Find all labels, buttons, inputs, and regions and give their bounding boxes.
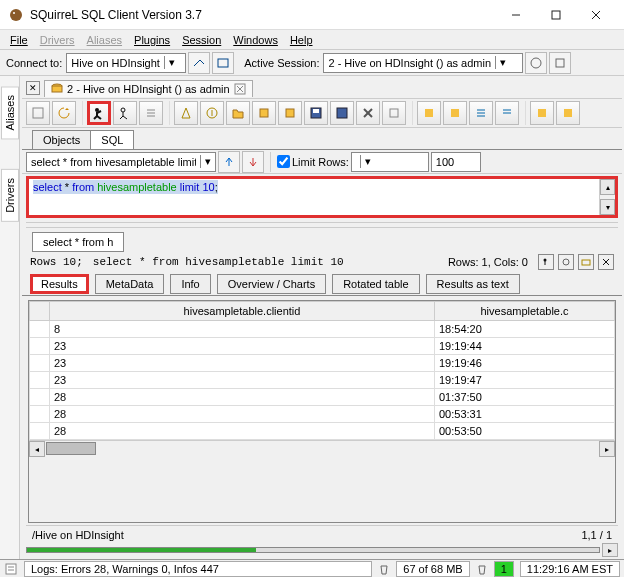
scroll-up-icon[interactable]: ▴ — [600, 179, 615, 195]
sql-history-prev-button[interactable] — [218, 151, 240, 173]
close-result-icon[interactable] — [598, 254, 614, 270]
tb-btn-k[interactable] — [469, 101, 493, 125]
tb-btn-i[interactable] — [417, 101, 441, 125]
alias-combo-value: Hive on HDInsight — [71, 57, 160, 69]
session-tab[interactable]: 2 - Hive on HDInsight () as admin — [44, 80, 253, 97]
col-clientid[interactable]: hivesampletable.clientid — [50, 302, 435, 321]
tb-explain-button[interactable] — [139, 101, 163, 125]
session-action1-button[interactable] — [525, 52, 547, 74]
table-row[interactable]: 2800:53:31 — [30, 406, 615, 423]
log-icon[interactable] — [4, 562, 18, 576]
tb-btn-j[interactable] — [443, 101, 467, 125]
svg-rect-52 — [6, 564, 16, 574]
limit-rows-check-input[interactable] — [277, 155, 290, 168]
svg-rect-37 — [425, 109, 433, 117]
menu-aliases[interactable]: Aliases — [81, 32, 128, 48]
results-table[interactable]: hivesampletable.clientid hivesampletable… — [29, 301, 615, 440]
svg-rect-38 — [451, 109, 459, 117]
tb-btn-m[interactable] — [530, 101, 554, 125]
tb-btn-n[interactable] — [556, 101, 580, 125]
tb-saveas-button[interactable] — [330, 101, 354, 125]
tb-btn-a[interactable] — [174, 101, 198, 125]
results-tab-astext[interactable]: Results as text — [426, 274, 520, 294]
tb-btn-h[interactable] — [382, 101, 406, 125]
scroll-thumb[interactable] — [46, 442, 96, 455]
table-row[interactable]: 2801:37:50 — [30, 389, 615, 406]
editor-scrollbar[interactable]: ▴ ▾ — [599, 179, 615, 215]
minimize-button[interactable] — [496, 2, 536, 28]
scroll-right-icon[interactable]: ▸ — [599, 441, 615, 457]
maximize-button[interactable] — [536, 2, 576, 28]
menu-drivers[interactable]: Drivers — [34, 32, 81, 48]
menu-help[interactable]: Help — [284, 32, 319, 48]
limit-rows-type-combo[interactable]: ▾ — [351, 152, 429, 172]
tb-btn-e[interactable] — [278, 101, 302, 125]
status-logs[interactable]: Logs: Errors 28, Warnings 0, Infos 447 — [24, 561, 372, 577]
sql-history-next-button[interactable] — [242, 151, 264, 173]
results-tab-overview[interactable]: Overview / Charts — [217, 274, 326, 294]
tb-refresh-button[interactable] — [52, 101, 76, 125]
limit-rows-value-input[interactable] — [431, 152, 481, 172]
tb-btn-d[interactable] — [252, 101, 276, 125]
status-time: 11:29:16 AM EST — [520, 561, 620, 577]
side-tab-drivers[interactable]: Drivers — [1, 169, 19, 222]
result-query-tab[interactable]: select * from h — [32, 232, 124, 252]
scroll-down-icon[interactable]: ▾ — [600, 199, 615, 215]
session-tab-label: 2 - Hive on HDInsight () as admin — [67, 83, 230, 95]
session-toolbar — [22, 98, 622, 128]
trash-icon[interactable] — [378, 563, 390, 575]
limit-rows-checkbox[interactable] — [277, 155, 290, 168]
menu-plugins[interactable]: Plugins — [128, 32, 176, 48]
tb-catalogs-button[interactable] — [26, 101, 50, 125]
scroll-right-icon-2[interactable]: ▸ — [602, 543, 618, 557]
svg-rect-30 — [286, 109, 294, 117]
cell-clientid: 23 — [50, 372, 435, 389]
gc-icon[interactable] — [476, 563, 488, 575]
results-tab-metadata[interactable]: MetaData — [95, 274, 165, 294]
run-sql-new-tab-button[interactable] — [113, 101, 137, 125]
active-session-combo[interactable]: 2 - Hive on HDInsight () as admin ▾ — [323, 53, 523, 73]
col-rownum[interactable] — [30, 302, 50, 321]
tb-btn-l[interactable] — [495, 101, 519, 125]
table-row[interactable]: 818:54:20 — [30, 321, 615, 338]
cell-c2: 00:53:50 — [435, 423, 615, 440]
menu-session[interactable]: Session — [176, 32, 227, 48]
rerun-icon[interactable] — [538, 254, 554, 270]
menu-file[interactable]: File — [4, 32, 34, 48]
close-all-sessions-button[interactable]: ✕ — [26, 81, 40, 95]
session-action2-button[interactable] — [549, 52, 571, 74]
table-row[interactable]: 2319:19:44 — [30, 338, 615, 355]
alias-combo[interactable]: Hive on HDInsight ▾ — [66, 53, 186, 73]
tb-delete-button[interactable] — [356, 101, 380, 125]
session-tab-close-icon[interactable] — [234, 83, 246, 95]
splitter[interactable] — [26, 222, 618, 228]
close-button[interactable] — [576, 2, 616, 28]
col-c2[interactable]: hivesampletable.c — [435, 302, 615, 321]
table-row[interactable]: 2319:19:47 — [30, 372, 615, 389]
results-tab-rotated[interactable]: Rotated table — [332, 274, 419, 294]
results-tab-info[interactable]: Info — [170, 274, 210, 294]
pin-icon[interactable] — [558, 254, 574, 270]
tb-open-button[interactable] — [226, 101, 250, 125]
svg-rect-45 — [564, 109, 572, 117]
new-session-icon-button[interactable] — [212, 52, 234, 74]
results-tab-results[interactable]: Results — [30, 274, 89, 294]
sql-editor[interactable]: select * from hivesampletable limit 10; — [29, 179, 599, 215]
cell-c2: 19:19:47 — [435, 372, 615, 389]
table-hscroll[interactable]: ◂ ▸ — [29, 440, 615, 456]
window-title: SQuirreL SQL Client Version 3.7 — [30, 8, 496, 22]
tb-save-button[interactable] — [304, 101, 328, 125]
side-tab-aliases[interactable]: Aliases — [1, 86, 19, 139]
sql-history-combo[interactable]: select * from hivesampletable limit 10 ▾ — [26, 152, 216, 172]
svg-rect-33 — [337, 108, 347, 118]
tb-btn-b[interactable] — [200, 101, 224, 125]
table-row[interactable]: 2319:19:46 — [30, 355, 615, 372]
menu-windows[interactable]: Windows — [227, 32, 284, 48]
connect-icon-button[interactable] — [188, 52, 210, 74]
run-sql-button[interactable] — [87, 101, 111, 125]
detach-icon[interactable] — [578, 254, 594, 270]
tab-sql[interactable]: SQL — [90, 130, 134, 149]
tab-objects[interactable]: Objects — [32, 130, 91, 149]
scroll-left-icon[interactable]: ◂ — [29, 441, 45, 457]
table-row[interactable]: 2800:53:50 — [30, 423, 615, 440]
